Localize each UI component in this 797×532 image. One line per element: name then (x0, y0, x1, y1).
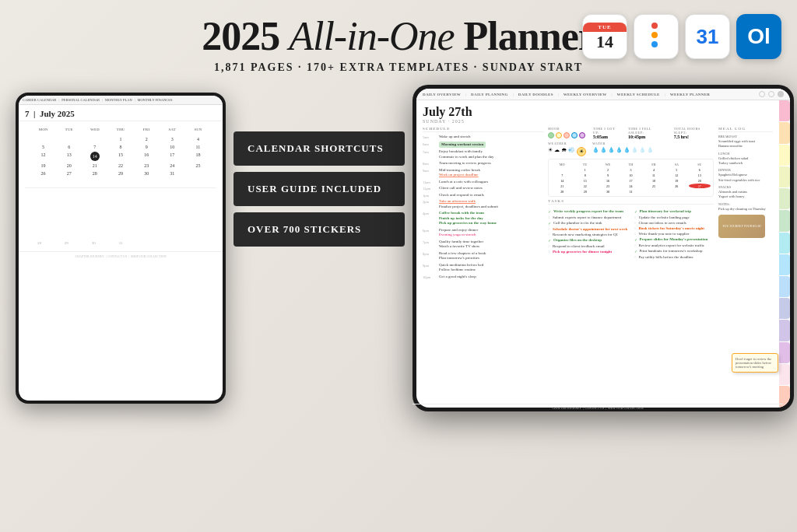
rt-time-row-8am: 8am Team meeting to review progress (423, 161, 543, 166)
outlook-icon: Ol (736, 14, 781, 59)
lt-calendar: MON TUE WED THU FRI SAT SUN 1 2 (19, 121, 223, 181)
rt-mini-cal-days: MO TU WE TH FR SA SU 1 (551, 162, 711, 194)
rt-nav-daily-doodles: DAILY DOODLES (518, 93, 553, 96)
rt-nav-btn-2[interactable] (768, 91, 774, 97)
mood-circle-4 (571, 132, 578, 138)
rt-tasks-list: ✓Write weekly progress report for the te… (548, 209, 714, 397)
reminder-line-1 (651, 23, 661, 29)
water-cup-3: 💧 (608, 147, 615, 153)
title-planner: Planner (455, 14, 595, 58)
rt-time-fell-asleep: TIME I FELL ASLEEP: 10:45pm (628, 127, 668, 139)
cal-day-label: TUE (583, 23, 627, 32)
rt-task-4: ○Schedule doctor's appointment for next … (548, 227, 628, 231)
rt-breakfast-content: Scrambled eggs with toastBanana smoothie (718, 139, 773, 149)
rt-task-1: ✓Write weekly progress report for the te… (548, 209, 628, 214)
rt-lunch-label: LUNCH (718, 152, 773, 156)
rt-tab-11[interactable] (779, 320, 790, 341)
right-tablet-inner: DAILY OVERVIEW | DAILY PLANNING | DAILY … (416, 89, 790, 408)
rt-nav-daily-planning: DAILY PLANNING (471, 93, 508, 96)
rt-task-6: ✓Organize files on the desktop (548, 238, 628, 243)
cloud-icon: ☁ (554, 147, 560, 156)
rt-time-row-9am: 9am Mid-morning coffee breakWork on proj… (423, 168, 543, 178)
title-section: 2025 All-in-One Planner 1,871 PAGES · 17… (202, 14, 595, 74)
rt-water-widget: WATER 💧 💧 💧 💧 💧 💧 (592, 142, 654, 156)
content-row: CAREER CALENDAR | PERSONAL CALENDAR | MO… (16, 85, 781, 524)
rt-sections: SCHEDULE 5am Wake up and stretch 6am Mor… (423, 127, 773, 397)
rt-main-content: July 27th SUNDAY · 2025 SCHEDULE 5am Wak… (416, 100, 779, 408)
rt-task-9: ✓Plan itinerary for weekend trip (634, 209, 714, 214)
rt-tab-4[interactable] (779, 166, 790, 187)
rt-right-section: MOOD (548, 127, 714, 397)
rt-time-row-8pm: 8pm Read a few chapters of a bookPlan to… (423, 251, 543, 261)
rt-time-row-4pm: 4pm Coffee break with the teamFinish up … (423, 211, 543, 226)
rt-fell-asleep-value: 10:45pm (628, 135, 668, 139)
rt-nav: DAILY OVERVIEW | DAILY PLANNING | DAILY … (416, 89, 790, 100)
rt-sticky-note-text: Don't forget to review the presentation … (736, 357, 771, 369)
rt-schedule-label: SCHEDULE (423, 127, 543, 132)
lt-cal-grid: 1 2 3 4 5 6 7 8 9 10 11 12 13 14 (25, 135, 216, 178)
reminders-icon (634, 14, 679, 59)
rt-task-12: ○Book tickets for Saturday's movie night (634, 226, 714, 230)
mood-circle-5 (579, 132, 585, 138)
rt-tab-2[interactable] (779, 122, 790, 143)
main-title: 2025 All-in-One Planner (202, 14, 595, 58)
rt-nav-btn-1[interactable] (759, 91, 765, 97)
badge-calendar-shortcuts: CALENDAR SHORTCUTS (233, 131, 405, 166)
rt-tab-6[interactable] (779, 210, 790, 231)
rt-tab-8[interactable] (779, 254, 790, 275)
rt-time-row-5am: 5am Wake up and stretch (423, 135, 543, 140)
mood-circle-1 (548, 132, 554, 138)
rt-lunch-content: Grilled chicken saladTurkey sandwich (718, 156, 773, 166)
water-cup-8: 💧 (647, 147, 654, 153)
rt-time-fields: TIME I GOT UP: 5:05am TIME I FELL ASLEEP… (593, 127, 714, 139)
lt-day-headers: MON TUE WED THU FRI SAT SUN (25, 124, 216, 135)
rt-tab-10[interactable] (779, 298, 790, 319)
rt-meal-label: MEAL LOG (718, 127, 773, 132)
rt-notes-content: Pick up dry cleaning on Thursday (718, 207, 773, 212)
rt-date-sub: SUNDAY · 2025 (423, 119, 773, 124)
lt-month-label: 7 | July 2025 (19, 105, 223, 121)
rt-motivational-box: YOU JOURNEY YOUR ROAD (718, 215, 765, 238)
rt-date: July 27th (423, 105, 773, 119)
rt-weather-widget: WEATHER ☀ ☁ 🌧 💨 ☀ (548, 142, 586, 156)
rt-tab-9[interactable] (779, 276, 790, 297)
badge-stickers: OVER 700 STICKERS (233, 212, 405, 247)
rt-nav-weekly-overview: WEEKLY OVERVIEW (564, 93, 607, 96)
rt-time-row-1pm: 1pm Check and respond to emails (423, 193, 543, 198)
rt-tab-7[interactable] (779, 233, 790, 254)
rt-tab-13[interactable] (779, 364, 790, 385)
rt-task-8: ○Pick up groceries for dinner tonight (548, 250, 628, 254)
rt-snacks-label: SNACKS (718, 185, 773, 189)
lt-nav: CAREER CALENDAR | PERSONAL CALENDAR | MO… (19, 96, 223, 105)
rt-mini-calendar: MO TU WE TH FR SA SU 1 (548, 159, 714, 197)
rt-task-3: ✓Call the plumber to fix the sink (548, 221, 628, 226)
rt-tab-12[interactable] (779, 342, 790, 363)
reminder-line-3 (651, 41, 661, 47)
rt-total-hours: TOTAL HOURS SLEPT: 7.5 hrs! (674, 127, 714, 139)
rt-weather-icons: ☀ ☁ 🌧 💨 ☀ (548, 147, 586, 156)
rt-tab-1[interactable] (779, 100, 790, 121)
rt-task-10: ○Update the website landing page (634, 215, 714, 219)
rt-notes-label: NOTES: (718, 202, 773, 206)
rt-weather-water: WEATHER ☀ ☁ 🌧 💨 ☀ (548, 142, 714, 156)
gcal-number: 31 (697, 25, 719, 49)
subtitle-bar: 1,871 PAGES · 170+ EXTRA TEMPLATES · SUN… (202, 61, 595, 74)
rt-nav-btn-3[interactable] (778, 91, 784, 97)
rt-tab-5[interactable] (779, 188, 790, 209)
rt-mood-widget: MOOD (548, 127, 585, 138)
rt-task-14: ✓Prepare slides for Monday's presentatio… (634, 237, 714, 242)
rt-task-13: ○Write thank-you note to supplier (634, 232, 714, 236)
rt-schedule-col: SCHEDULE 5am Wake up and stretch 6am Mor… (423, 127, 543, 397)
lt-nav-career: CAREER CALENDAR (23, 98, 56, 102)
rt-nav-weekly-schedule: WEEKLY SCHEDULE (617, 93, 660, 96)
rt-task-7: ○Respond to client feedback email (548, 244, 628, 248)
rt-time-row-10pm: 10pm Get a good night's sleep (423, 275, 543, 280)
rt-tab-3[interactable] (779, 145, 790, 166)
lt-footer: CHAPTER JOURNEY | CONTACT US | SHOP OUR … (19, 251, 223, 261)
water-cup-1: 💧 (592, 147, 599, 153)
rt-nav-daily-overview: DAILY OVERVIEW (423, 93, 461, 96)
rt-side-tabs (779, 100, 790, 408)
title-italic: All-in-One (289, 14, 454, 58)
water-cup-7: 💧 (639, 147, 646, 153)
rt-task-5: ○Research new marketing strategies for Q… (548, 233, 628, 236)
